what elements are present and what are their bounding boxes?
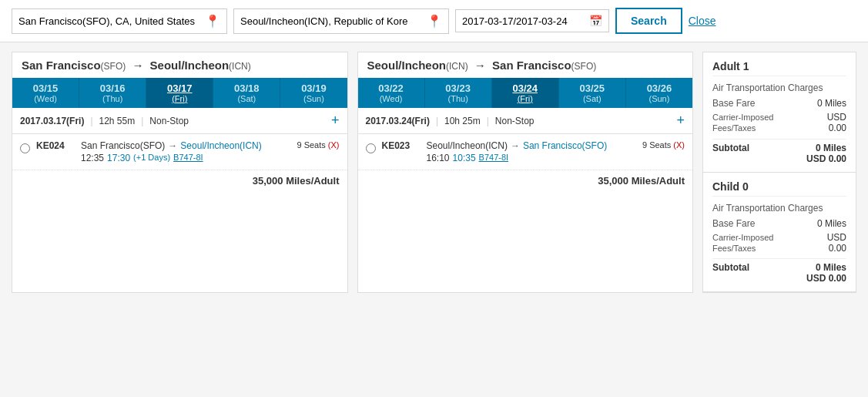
outbound-miles: 35,000 Miles/Adult: [12, 170, 347, 191]
destination-field[interactable]: 📍: [233, 8, 449, 34]
child-subtotal: Subtotal 0 Miles USD 0.00: [712, 258, 846, 284]
outbound-radio[interactable]: [20, 143, 30, 153]
outbound-tab-2[interactable]: 03/17 (Fri): [146, 78, 213, 108]
origin-field[interactable]: 📍: [12, 8, 227, 34]
calendar-icon: 📅: [589, 15, 602, 27]
outbound-tab-1[interactable]: 03/16 (Thu): [79, 78, 146, 108]
inbound-tab-1[interactable]: 03/23 (Thu): [425, 78, 492, 108]
inbound-flight-row: KE023 Seoul/Incheon(ICN) → San Francisco…: [358, 134, 693, 170]
outbound-panel: San Francisco(SFO) → Seoul/Incheon(ICN) …: [12, 52, 348, 293]
inbound-flight-route: Seoul/Incheon(ICN) → San Francisco(SFO) …: [427, 140, 633, 163]
inbound-origin-city: Seoul/Incheon: [367, 59, 447, 72]
inbound-expand-button[interactable]: +: [676, 113, 685, 129]
search-button[interactable]: Search: [615, 8, 682, 34]
flight-panels: San Francisco(SFO) → Seoul/Incheon(ICN) …: [12, 52, 693, 293]
main-content: San Francisco(SFO) → Seoul/Incheon(ICN) …: [0, 42, 868, 302]
inbound-dest-code: (SFO): [571, 61, 597, 72]
adult-subtitle: Air Transportation Charges: [712, 82, 846, 93]
outbound-stop: Non-Stop: [149, 116, 189, 126]
inbound-tab-3[interactable]: 03/25 (Sat): [559, 78, 626, 108]
inbound-aircraft[interactable]: B747-8I: [479, 153, 509, 163]
inbound-summary: 2017.03.24(Fri) | 10h 25m | Non-Stop +: [358, 108, 693, 134]
outbound-depart: 12:35: [81, 153, 104, 163]
adult-subtotal: Subtotal 0 Miles USD 0.00: [712, 139, 846, 164]
inbound-header: Seoul/Incheon(ICN) → San Francisco(SFO): [358, 52, 693, 78]
inbound-dest-city: San Francisco: [492, 59, 571, 72]
inbound-depart: 16:10: [427, 153, 450, 163]
adult-carrier-fees: Carrier-Imposed Fees/Taxes USD 0.00: [712, 112, 846, 134]
outbound-flight-route: San Francisco(SFO) → Seoul/Incheon(ICN) …: [81, 140, 287, 163]
child-subtotal-miles: 0 Miles: [806, 262, 846, 273]
search-bar: 📍 📍 📅 Search Close: [0, 0, 868, 42]
outbound-aircraft[interactable]: B747-8I: [173, 153, 203, 163]
outbound-dest-code: (ICN): [229, 61, 251, 72]
inbound-miles: 35,000 Miles/Adult: [358, 170, 693, 191]
adult-section: Adult 1 Air Transportation Charges Base …: [703, 52, 856, 173]
child-subtotal-usd: USD 0.00: [806, 273, 846, 284]
child-base-fare: Base Fare 0 Miles: [712, 218, 846, 229]
summary-panel: Adult 1 Air Transportation Charges Base …: [702, 52, 856, 293]
outbound-flight-dest: Seoul/Incheon(ICN): [180, 140, 261, 151]
outbound-tab-0[interactable]: 03/15 (Wed): [12, 78, 79, 108]
outbound-tab-3[interactable]: 03/18 (Sat): [213, 78, 280, 108]
outbound-origin-city: San Francisco: [22, 59, 101, 72]
inbound-flight-origin: Seoul/Incheon(ICN): [427, 140, 508, 151]
adult-subtotal-miles: 0 Miles: [806, 143, 846, 153]
outbound-arrow: →: [132, 59, 146, 72]
inbound-duration: 10h 25m: [444, 116, 481, 126]
inbound-tab-4[interactable]: 03/26 (Sun): [626, 78, 692, 108]
inbound-radio[interactable]: [366, 143, 376, 153]
outbound-flight-origin: San Francisco(SFO): [81, 140, 165, 151]
inbound-stop: Non-Stop: [495, 116, 535, 126]
inbound-seats: 9 Seats (X): [638, 140, 685, 150]
inbound-tab-0[interactable]: 03/22 (Wed): [358, 78, 425, 108]
adult-subtotal-usd: USD 0.00: [806, 153, 846, 164]
destination-pin-icon: 📍: [427, 14, 442, 29]
outbound-duration: 12h 55m: [99, 116, 136, 126]
inbound-panel: Seoul/Incheon(ICN) → San Francisco(SFO) …: [357, 52, 694, 293]
inbound-arrow: →: [474, 59, 489, 72]
origin-input[interactable]: [18, 15, 202, 27]
child-subtitle: Air Transportation Charges: [712, 203, 846, 214]
adult-title: Adult 1: [712, 60, 846, 76]
destination-input[interactable]: [240, 15, 424, 27]
close-button[interactable]: Close: [689, 15, 716, 27]
outbound-expand-button[interactable]: +: [331, 113, 340, 129]
inbound-arrive: 10:35: [453, 153, 476, 163]
adult-base-fare: Base Fare 0 Miles: [712, 98, 846, 109]
outbound-summary: 2017.03.17(Fri) | 12h 55m | Non-Stop +: [12, 108, 347, 134]
inbound-tab-2[interactable]: 03/24 (Fri): [492, 78, 559, 108]
child-title: Child 0: [712, 180, 846, 197]
outbound-header: San Francisco(SFO) → Seoul/Incheon(ICN): [12, 52, 347, 78]
outbound-date-tabs: 03/15 (Wed) 03/16 (Thu) 03/17 (Fri) 03/1…: [12, 78, 347, 108]
outbound-arrive: 17:30: [107, 153, 130, 163]
child-carrier-fees: Carrier-Imposed Fees/Taxes USD 0.00: [712, 232, 846, 254]
child-section: Child 0 Air Transportation Charges Base …: [703, 173, 856, 293]
outbound-plus-day: (+1 Days): [133, 153, 170, 163]
inbound-origin-code: (ICN): [446, 61, 468, 72]
outbound-dest-city: Seoul/Incheon: [150, 59, 230, 72]
outbound-tab-4[interactable]: 03/19 (Sun): [280, 78, 347, 108]
dates-input[interactable]: [462, 15, 586, 27]
inbound-flight-dest: San Francisco(SFO): [523, 140, 607, 151]
inbound-summary-date: 2017.03.24(Fri): [366, 116, 430, 126]
outbound-summary-date: 2017.03.17(Fri): [20, 116, 84, 126]
dates-field[interactable]: 📅: [455, 9, 609, 32]
inbound-flight-code: KE023: [382, 140, 421, 151]
origin-pin-icon: 📍: [205, 14, 220, 29]
inbound-date-tabs: 03/22 (Wed) 03/23 (Thu) 03/24 (Fri) 03/2…: [358, 78, 693, 108]
outbound-flight-row: KE024 San Francisco(SFO) → Seoul/Incheon…: [12, 134, 347, 170]
outbound-flight-code: KE024: [36, 140, 75, 151]
outbound-origin-code: (SFO): [101, 61, 126, 72]
outbound-seats: 9 Seats (X): [293, 140, 340, 150]
